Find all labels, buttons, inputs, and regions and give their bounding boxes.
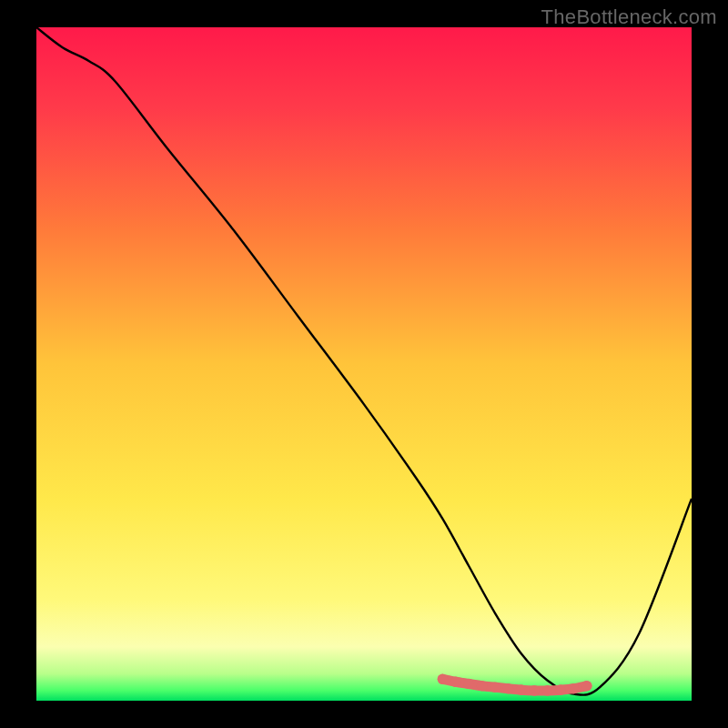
watermark-text: TheBottleneck.com (541, 5, 717, 29)
optimal-dot (516, 684, 527, 695)
optimal-dot (438, 674, 449, 685)
optimal-dot (555, 684, 566, 695)
optimal-dot (463, 679, 474, 690)
optimal-dot (542, 685, 553, 696)
optimal-dot (450, 676, 461, 687)
optimal-dot (490, 682, 500, 693)
optimal-dot (569, 683, 580, 694)
optimal-dot (529, 685, 540, 696)
chart-svg (36, 27, 692, 701)
chart-plot-area (36, 27, 692, 701)
gradient-background (36, 27, 692, 701)
optimal-dot (503, 683, 514, 694)
optimal-dot (581, 681, 592, 692)
optimal-dot (477, 681, 488, 692)
